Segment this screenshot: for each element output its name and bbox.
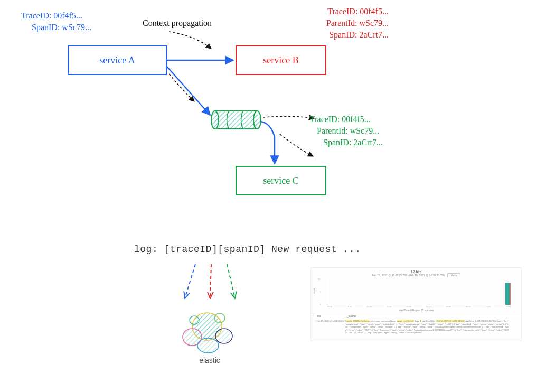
service-c-span-id: SpanID: 2aCrt7... (323, 137, 383, 148)
kibana-log-row: › Feb 19, 2021 @ 14:00:21.337 traceID: 0… (311, 319, 521, 335)
kibana-row-header: Time _source (311, 313, 521, 319)
kibana-col-source: _source (347, 314, 356, 318)
service-c-trace-id: TraceID: 00f4f5... (309, 114, 371, 125)
svg-line-10 (227, 264, 235, 298)
kibana-hits: 12 hits (311, 270, 521, 274)
svg-point-15 (218, 330, 230, 342)
service-b-trace-id: TraceID: 00f4f5... (246, 6, 389, 17)
service-a-span-id: SpanID: wSc79... (32, 22, 91, 33)
kibana-bar (505, 283, 510, 305)
service-a-trace-id: TraceID: 00f4f5... (21, 11, 82, 22)
svg-point-11 (192, 313, 222, 340)
kibana-bucket-select[interactable]: Auto (447, 273, 460, 277)
kibana-screenshot: 12 hits Feb 19, 2021 @ 10:00:25:758 - Fe… (310, 267, 522, 341)
kibana-bar-2 (510, 283, 511, 305)
svg-line-2 (167, 67, 210, 115)
service-b-span-id: SpanID: 2aCrt7... (246, 30, 389, 41)
kibana-range: Feb 19, 2021 @ 10:00:25:758 - Feb 19, 20… (372, 274, 444, 277)
svg-point-14 (215, 329, 232, 343)
svg-line-9 (210, 264, 211, 298)
service-a-box: service A (68, 45, 167, 75)
service-b-parent-id: ParentId: wSc79... (246, 18, 389, 29)
kibana-chart: 10 5 0 count (327, 279, 511, 305)
elastic-caption: elastic (181, 356, 239, 365)
service-b-label: service B (263, 55, 298, 66)
kibana-axis-label: startTimeMillis per 30 minutes (311, 309, 521, 312)
message-queue-icon (211, 111, 261, 129)
svg-point-7 (253, 111, 261, 129)
svg-line-8 (185, 264, 195, 298)
svg-point-19 (190, 316, 199, 324)
kibana-ticks: 18:0019:0020:0021:0000:0003:0006:0009:00… (327, 305, 511, 308)
svg-point-12 (183, 329, 202, 346)
elastic-logo: elastic (181, 354, 239, 392)
service-c-label: service C (263, 175, 298, 186)
service-c-parent-id: ParentId: wSc79... (317, 126, 379, 137)
svg-point-17 (200, 337, 216, 354)
svg-point-18 (214, 313, 225, 323)
kibana-col-time: Time (315, 314, 347, 318)
elastic-logo-icon (183, 313, 232, 354)
service-a-label: service A (99, 55, 135, 66)
log-line: log: [traceID][spanID] New request ... (134, 244, 361, 255)
svg-point-13 (184, 329, 200, 345)
diagram-canvas: TraceID: 00f4f5... SpanID: wSc79... Cont… (0, 0, 546, 392)
service-c-box: service C (236, 166, 326, 195)
service-b-box: service B (236, 45, 326, 75)
svg-point-16 (197, 338, 219, 353)
svg-point-3 (211, 111, 219, 129)
svg-rect-4 (215, 111, 257, 129)
context-propagation-label: Context propagation (143, 18, 212, 29)
